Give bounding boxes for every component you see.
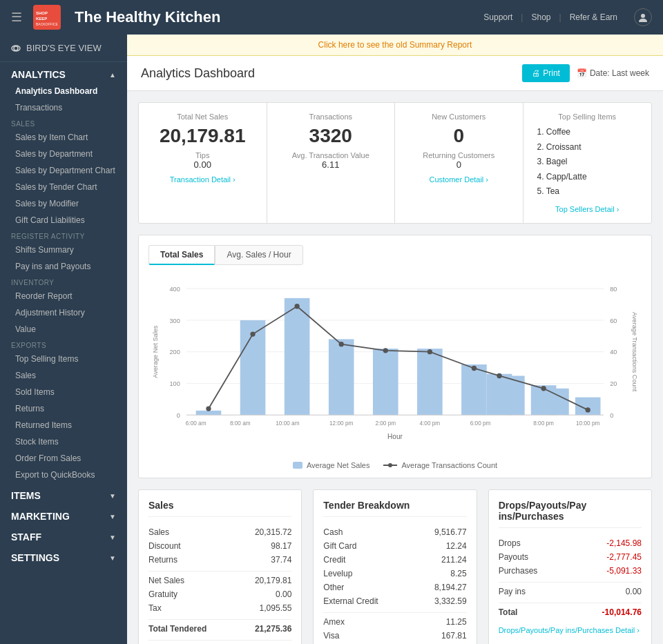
sidebar-item-stock-items[interactable]: Stock Items bbox=[0, 433, 127, 450]
svg-text:12:00 pm: 12:00 pm bbox=[329, 420, 353, 427]
analytics-label: ANALYTICS bbox=[11, 69, 66, 80]
sidebar-item-value[interactable]: Value bbox=[0, 321, 127, 338]
row-returns: Returns37.74 bbox=[148, 553, 291, 567]
user-icon[interactable] bbox=[634, 8, 652, 26]
svg-text:80: 80 bbox=[610, 286, 617, 293]
customer-detail-link[interactable]: Customer Detail › bbox=[409, 175, 509, 184]
dot-2pm bbox=[383, 348, 388, 353]
new-customers-label: New Customers bbox=[409, 113, 509, 121]
store-name: The Healthy Kitchen bbox=[75, 8, 483, 26]
top-nav: ☰ SHOP KEEP BACKOFFICE The Healthy Kitch… bbox=[0, 0, 663, 35]
sidebar-item-reorder-report[interactable]: Reorder Report bbox=[0, 288, 127, 304]
support-link[interactable]: Support bbox=[483, 12, 512, 22]
tips-label: Tips bbox=[153, 151, 253, 159]
sidebar-item-order-from-sales[interactable]: Order From Sales bbox=[0, 450, 127, 467]
print-button[interactable]: 🖨 Print bbox=[522, 64, 570, 82]
sidebar-item-bird-eye[interactable]: BIRD'S EYE VIEW bbox=[0, 35, 127, 62]
notice-link[interactable]: Click here to see the old Summary Report bbox=[318, 40, 472, 50]
chart-legend: Average Net Sales Average Transactions C… bbox=[148, 461, 642, 469]
tab-total-sales[interactable]: Total Sales bbox=[148, 245, 215, 265]
top-sellers-card: Top Selling Items 1. Coffee 2. Croissant… bbox=[523, 103, 652, 223]
notice-bar: Click here to see the old Summary Report bbox=[127, 35, 663, 56]
shop-link[interactable]: Shop bbox=[531, 12, 550, 22]
dot-2pm2 bbox=[427, 349, 432, 354]
transaction-detail-link[interactable]: Transaction Detail › bbox=[153, 175, 253, 184]
svg-text:20: 20 bbox=[610, 380, 617, 387]
row-net-cogs: Net COGS1,607.78 bbox=[148, 640, 291, 644]
svg-text:8:00 pm: 8:00 pm bbox=[533, 420, 554, 427]
sidebar-item-returns[interactable]: Returns bbox=[0, 400, 127, 417]
chart-section: Total Sales Avg. Sales / Hour 400 300 20… bbox=[138, 235, 652, 478]
avg-transaction-value: 6.11 bbox=[281, 159, 381, 170]
sidebar-item-export-quickbooks[interactable]: Export to QuickBooks bbox=[0, 467, 127, 483]
transactions-card: Transactions 3320 Avg. Transaction Value… bbox=[267, 103, 396, 223]
settings-chevron: ▼ bbox=[109, 554, 116, 562]
new-customers-value: 0 bbox=[409, 125, 509, 147]
bar-10am bbox=[285, 298, 310, 415]
sidebar-item-analytics-dashboard[interactable]: Analytics Dashboard bbox=[0, 83, 127, 99]
bar-4pm bbox=[461, 364, 487, 415]
dot-6am bbox=[206, 406, 211, 411]
date-filter[interactable]: 📅 Date: Last week bbox=[577, 68, 649, 78]
sidebar-item-returned-items[interactable]: Returned Items bbox=[0, 417, 127, 433]
svg-text:300: 300 bbox=[170, 318, 180, 324]
sidebar: BIRD'S EYE VIEW ANALYTICS ▲ Analytics Da… bbox=[0, 35, 127, 644]
transactions-label: Transactions bbox=[281, 113, 381, 121]
sidebar-item-gift-card-liabilities[interactable]: Gift Card Liabilities bbox=[0, 212, 127, 228]
sidebar-item-adjustment-history[interactable]: Adjustment History bbox=[0, 304, 127, 321]
svg-text:400: 400 bbox=[170, 286, 180, 293]
svg-text:100: 100 bbox=[170, 380, 180, 387]
tab-avg-sales[interactable]: Avg. Sales / Hour bbox=[215, 245, 302, 265]
dashboard-header: Analytics Dashboard 🖨 Print 📅 Date: Last… bbox=[127, 56, 663, 91]
top-nav-links: Support | Shop | Refer & Earn bbox=[483, 8, 652, 26]
sidebar-item-shifts-summary[interactable]: Shifts Summary bbox=[0, 242, 127, 258]
sidebar-item-top-selling-items[interactable]: Top Selling Items bbox=[0, 351, 127, 367]
hamburger-menu[interactable]: ☰ bbox=[11, 10, 22, 25]
row-gift-card: Gift Card12.24 bbox=[323, 539, 466, 553]
sidebar-item-sales-export[interactable]: Sales bbox=[0, 367, 127, 384]
svg-text:60: 60 bbox=[610, 318, 617, 324]
marketing-section-header[interactable]: MARKETING ▼ bbox=[0, 504, 127, 525]
legend-bar-label: Average Net Sales bbox=[307, 461, 370, 469]
analytics-section-header[interactable]: ANALYTICS ▲ bbox=[0, 62, 127, 83]
sidebar-item-sales-by-tender-chart[interactable]: Sales by Tender Chart bbox=[0, 179, 127, 195]
dashboard-title: Analytics Dashboard bbox=[141, 66, 255, 81]
bottom-row: Sales Sales20,315.72 Discount98.17 Retur… bbox=[138, 489, 652, 644]
row-external-credit: External Credit3,332.59 bbox=[323, 594, 466, 608]
sidebar-item-sales-by-department[interactable]: Sales by Department bbox=[0, 146, 127, 162]
staff-section-header[interactable]: STAFF ▼ bbox=[0, 525, 127, 545]
items-section-header[interactable]: ITEMS ▼ bbox=[0, 483, 127, 504]
refer-earn-link[interactable]: Refer & Earn bbox=[570, 12, 617, 22]
legend-line-symbol bbox=[383, 465, 397, 466]
chart-container: 400 300 200 100 0 80 60 40 20 0 Average … bbox=[148, 275, 642, 468]
row-pay-ins: Pay ins0.00 bbox=[499, 582, 642, 598]
svg-text:40: 40 bbox=[610, 349, 617, 355]
svg-text:KEEP: KEEP bbox=[36, 17, 47, 21]
svg-text:2:00 pm: 2:00 pm bbox=[375, 420, 396, 427]
top-sellers-detail-link[interactable]: Top Sellers Detail › bbox=[537, 205, 638, 213]
bar-2pm-2 bbox=[417, 349, 443, 415]
sidebar-item-sales-by-modifier[interactable]: Sales by Modifier bbox=[0, 195, 127, 212]
calendar-icon: 📅 bbox=[577, 68, 587, 78]
row-total-tendered: Total Tendered21,275.36 bbox=[148, 619, 291, 636]
svg-text:10:00 pm: 10:00 pm bbox=[576, 420, 599, 427]
sidebar-item-pay-ins-payouts[interactable]: Pay ins and Payouts bbox=[0, 258, 127, 275]
svg-text:Average Transactions Count: Average Transactions Count bbox=[631, 312, 638, 392]
svg-text:0: 0 bbox=[610, 412, 613, 419]
eye-icon bbox=[11, 43, 21, 53]
bar-12pm bbox=[329, 339, 354, 415]
row-total-drops: Total-10,014.76 bbox=[499, 603, 642, 619]
settings-label: SETTINGS bbox=[11, 552, 59, 563]
staff-label: STAFF bbox=[11, 531, 41, 543]
drops-detail-link[interactable]: Drops/Payouts/Pay ins/Purchases Detail › bbox=[499, 626, 642, 634]
top-selling-label: Top Selling Items bbox=[537, 113, 638, 121]
total-net-sales-card: Total Net Sales 20,179.81 Tips 0.00 Tran… bbox=[139, 103, 267, 223]
tender-table-title: Tender Breakdown bbox=[323, 500, 466, 517]
settings-section-header[interactable]: SETTINGS ▼ bbox=[0, 545, 127, 566]
sidebar-item-sold-items[interactable]: Sold Items bbox=[0, 384, 127, 400]
sidebar-item-sales-by-item-chart[interactable]: Sales by Item Chart bbox=[0, 129, 127, 146]
row-other: Other8,194.27 bbox=[323, 580, 466, 594]
sidebar-item-transactions[interactable]: Transactions bbox=[0, 99, 127, 116]
row-amex: Amex11.25 bbox=[323, 612, 466, 629]
sidebar-item-sales-by-department-chart[interactable]: Sales by Department Chart bbox=[0, 162, 127, 179]
